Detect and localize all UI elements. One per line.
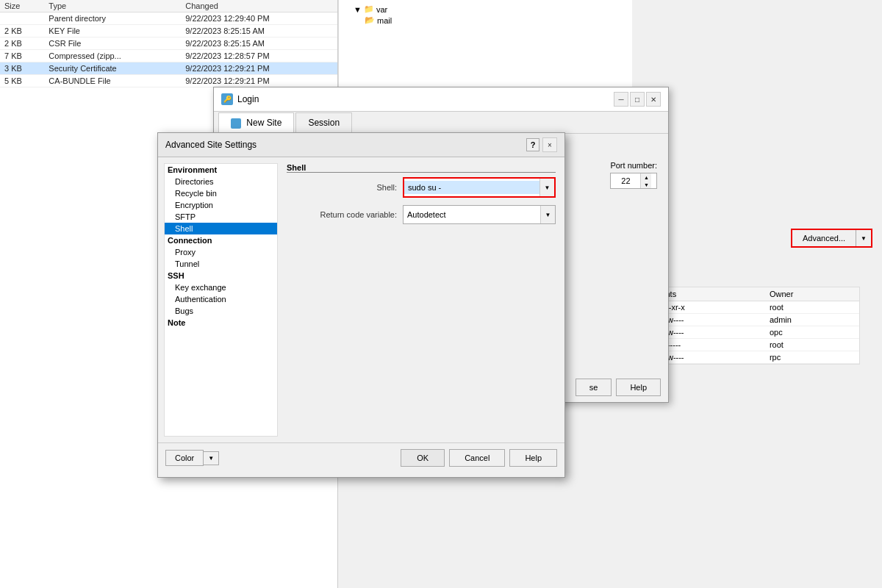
nav-item-ssh[interactable]: SSH bbox=[165, 270, 277, 282]
advanced-main-button[interactable]: Advanced... bbox=[792, 230, 856, 246]
advanced-nav-tree: Environment Directories Recycle bin Encr… bbox=[164, 163, 278, 437]
return-code-select[interactable]: Autodetect Manual None bbox=[404, 208, 540, 221]
port-label: Port number: bbox=[610, 161, 657, 170]
ok-button[interactable]: OK bbox=[401, 449, 445, 467]
table-row[interactable]: 2 KB CSR File 9/22/2023 8:25:15 AM bbox=[0, 37, 337, 50]
file-type: CA-BUNDLE File bbox=[44, 75, 181, 87]
file-changed: 9/22/2023 8:25:15 AM bbox=[181, 37, 337, 50]
nav-item-bugs[interactable]: Bugs bbox=[165, 305, 277, 317]
col-changed[interactable]: Changed bbox=[181, 0, 337, 12]
login-action-button[interactable]: se bbox=[576, 379, 612, 396]
tab-new-site-label: New Site bbox=[246, 118, 282, 128]
file-changed: 9/22/2023 12:29:21 PM bbox=[181, 75, 337, 87]
file-changed: 9/22/2023 12:28:57 PM bbox=[181, 50, 337, 62]
port-increment-button[interactable]: ▲ bbox=[641, 173, 651, 181]
tab-new-site[interactable]: New Site bbox=[218, 112, 294, 134]
login-tabs: New Site Session bbox=[214, 112, 668, 134]
nav-item-key-exchange[interactable]: Key exchange bbox=[165, 282, 277, 293]
file-type: CSR File bbox=[44, 37, 181, 50]
table-row[interactable]: 3 KB Security Certificate 9/22/2023 12:2… bbox=[0, 62, 337, 75]
rights-row[interactable]: rw-rw---- rpc bbox=[648, 351, 859, 364]
login-help-button[interactable]: Help bbox=[616, 379, 661, 396]
owner-col-header: Owner bbox=[764, 287, 859, 301]
minimize-button[interactable]: ─ bbox=[614, 92, 628, 107]
owner-value: admin bbox=[764, 314, 859, 326]
tree-item-label: mail bbox=[377, 16, 392, 25]
table-row[interactable]: 7 KB Compressed (zipp... 9/22/2023 12:28… bbox=[0, 50, 337, 62]
login-window-title: Login bbox=[237, 94, 259, 104]
advanced-help-button[interactable]: ? bbox=[526, 138, 539, 151]
shell-form-row: Shell: ▼ bbox=[287, 177, 556, 198]
close-button[interactable]: ✕ bbox=[646, 92, 661, 107]
rights-row[interactable]: rwxr-xr-x root bbox=[648, 301, 859, 314]
file-size: 2 KB bbox=[0, 25, 44, 37]
nav-item-authentication[interactable]: Authentication bbox=[165, 293, 277, 305]
nav-item-environment[interactable]: Environment bbox=[165, 164, 277, 176]
owner-value: rpc bbox=[764, 351, 859, 364]
tab-session[interactable]: Session bbox=[295, 112, 352, 134]
shell-dropdown-arrow[interactable]: ▼ bbox=[539, 179, 554, 196]
nav-item-connection[interactable]: Connection bbox=[165, 234, 277, 246]
dialog-action-buttons: OK Cancel Help bbox=[401, 449, 557, 467]
nav-item-note[interactable]: Note bbox=[165, 317, 277, 329]
nav-item-directories[interactable]: Directories bbox=[165, 176, 277, 187]
nav-item-tunnel[interactable]: Tunnel bbox=[165, 258, 277, 270]
nav-item-proxy[interactable]: Proxy bbox=[165, 246, 277, 258]
advanced-dialog-title: Advanced Site Settings bbox=[165, 140, 257, 150]
advanced-settings-panel: Shell Shell: ▼ Return code variable: Aut… bbox=[278, 157, 564, 442]
maximize-button[interactable]: □ bbox=[630, 92, 645, 107]
port-spinner: ▲ ▼ bbox=[640, 173, 651, 188]
rights-row[interactable]: rw-rw---- admin bbox=[648, 314, 859, 326]
nav-item-sftp[interactable]: SFTP bbox=[165, 211, 277, 223]
shell-section-title: Shell bbox=[287, 163, 556, 173]
table-row[interactable]: Parent directory 9/22/2023 12:29:40 PM bbox=[0, 12, 337, 25]
advanced-split-button: Advanced... ▼ bbox=[791, 229, 872, 248]
help-button[interactable]: Help bbox=[509, 449, 557, 467]
file-size: 3 KB bbox=[0, 62, 44, 75]
rights-row[interactable]: rw------- root bbox=[648, 339, 859, 351]
shell-input[interactable] bbox=[404, 181, 539, 194]
advanced-dialog-titlebar: Advanced Site Settings ? × bbox=[158, 133, 564, 157]
table-row[interactable]: 5 KB CA-BUNDLE File 9/22/2023 12:29:21 P… bbox=[0, 75, 337, 87]
tree-item-label: var bbox=[376, 5, 387, 14]
file-type: Compressed (zipp... bbox=[44, 50, 181, 62]
advanced-dialog-actions: ? × bbox=[526, 137, 557, 152]
login-window-controls: ─ □ ✕ bbox=[614, 92, 661, 107]
advanced-dialog-content: Environment Directories Recycle bin Encr… bbox=[158, 157, 564, 442]
return-code-dropdown-arrow[interactable]: ▼ bbox=[540, 206, 555, 223]
col-size[interactable]: Size bbox=[0, 0, 44, 12]
advanced-close-button[interactable]: × bbox=[542, 137, 557, 152]
rights-table: Rights Owner rwxr-xr-x root rw-rw---- ad… bbox=[648, 287, 859, 364]
owner-value: root bbox=[764, 301, 859, 314]
color-dropdown-button[interactable]: ▼ bbox=[204, 451, 219, 465]
table-row[interactable]: 2 KB KEY File 9/22/2023 8:25:15 AM bbox=[0, 25, 337, 37]
port-input-group: ▲ ▼ bbox=[610, 173, 657, 189]
port-decrement-button[interactable]: ▼ bbox=[641, 181, 651, 188]
tree-item-var[interactable]: ▼ 📁 var bbox=[343, 4, 628, 15]
color-button[interactable]: Color bbox=[165, 450, 204, 466]
nav-item-shell[interactable]: Shell bbox=[165, 223, 277, 234]
color-button-group: Color ▼ bbox=[165, 450, 219, 466]
cancel-button[interactable]: Cancel bbox=[449, 449, 505, 467]
new-site-icon bbox=[231, 118, 241, 129]
file-table: Size Type Changed Parent directory 9/22/… bbox=[0, 0, 337, 87]
return-code-label: Return code variable: bbox=[287, 210, 397, 219]
rights-row[interactable]: rw-rw---- opc bbox=[648, 326, 859, 339]
login-titlebar: 🔑 Login ─ □ ✕ bbox=[214, 87, 668, 112]
nav-item-encryption[interactable]: Encryption bbox=[165, 199, 277, 211]
file-size: 5 KB bbox=[0, 75, 44, 87]
file-type: Security Certificate bbox=[44, 62, 181, 75]
col-type[interactable]: Type bbox=[44, 0, 181, 12]
login-bottom-buttons: se Help bbox=[576, 379, 661, 396]
chevron-down-icon: ▼ bbox=[354, 5, 362, 14]
file-changed: 9/22/2023 12:29:40 PM bbox=[181, 12, 337, 25]
file-changed: 9/22/2023 12:29:21 PM bbox=[181, 62, 337, 75]
owner-value: root bbox=[764, 339, 859, 351]
advanced-dropdown-button[interactable]: ▼ bbox=[856, 230, 871, 246]
return-code-form-row: Return code variable: Autodetect Manual … bbox=[287, 205, 556, 224]
file-size: 2 KB bbox=[0, 37, 44, 50]
folder-icon: 📁 bbox=[364, 4, 374, 14]
port-number-input[interactable] bbox=[611, 173, 640, 188]
nav-item-recycle-bin[interactable]: Recycle bin bbox=[165, 187, 277, 199]
tree-item-mail[interactable]: 📂 mail bbox=[343, 15, 628, 26]
